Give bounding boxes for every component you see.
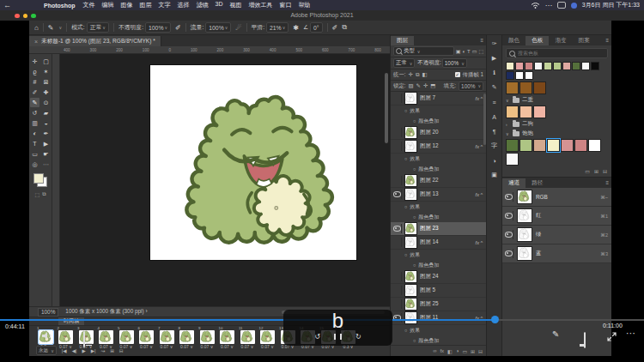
tab-路径[interactable]: 路径 [526, 178, 549, 188]
foreground-color-swatch[interactable] [33, 173, 44, 184]
menu-app-name[interactable]: Photoshop [44, 3, 76, 9]
channel-visibility-toggle[interactable] [504, 230, 513, 239]
layer-row[interactable]: 图层 20 [391, 126, 486, 140]
brush-tool[interactable]: ✎ [30, 98, 39, 107]
swatch[interactable] [588, 139, 601, 152]
new-group-icon[interactable]: ▭ [585, 168, 590, 174]
layer-visibility-toggle[interactable] [392, 94, 402, 103]
layer-row[interactable]: 图层 5 [391, 284, 486, 298]
lock-transparent-icon[interactable]: ▨ [409, 82, 414, 89]
swatch-search[interactable] [506, 48, 608, 58]
swatch[interactable] [525, 62, 533, 70]
swatch[interactable] [506, 139, 519, 152]
layer-visibility-toggle[interactable] [392, 299, 402, 309]
layer-row[interactable]: 图层 22 [391, 174, 486, 188]
layer-row[interactable]: 图层 14fx ^ [391, 236, 486, 250]
zoom-level-field[interactable]: 100% [38, 308, 58, 317]
lock-pixels-icon[interactable]: ✎ [416, 82, 421, 89]
actions-panel-icon[interactable]: ▶ [489, 53, 500, 63]
channel-row-蓝[interactable]: 蓝⌘3 [502, 244, 611, 263]
panel-menu-icon[interactable]: ≡ [605, 180, 609, 185]
loop-selector[interactable]: 永远∨ [36, 346, 57, 355]
frame-delay[interactable]: 0.07 ∨ [161, 344, 173, 349]
player-back-button[interactable]: ← [3, 1, 11, 9]
blur-tool[interactable]: ◒ [41, 118, 51, 128]
eyedropper-tool[interactable]: ✐ [30, 87, 39, 97]
channel-visibility-toggle[interactable] [504, 249, 513, 258]
move-tool[interactable]: ✛ [30, 57, 39, 66]
swatch[interactable] [581, 62, 590, 70]
tab-图案[interactable]: 图案 [573, 36, 596, 45]
panel-menu-icon[interactable]: ≡ [605, 38, 609, 43]
layer-effects-header[interactable]: ○效果 [391, 325, 486, 335]
layer-effects-header[interactable]: ○效果 [391, 250, 486, 260]
menu-item-编辑[interactable]: 编辑 [102, 1, 114, 9]
type-tool[interactable]: T [30, 139, 39, 148]
layer-fx-badge[interactable]: fx ^ [476, 96, 483, 101]
filter-smart-icon[interactable]: ⬚ [478, 48, 483, 54]
frame-delay[interactable]: 0.07 ∨ [221, 344, 234, 349]
screen-mode-icon[interactable]: ⧉ [42, 191, 46, 197]
channel-row-RGB[interactable]: RGB⌘~ [502, 188, 611, 207]
effect-eye-icon[interactable]: ○ [404, 252, 407, 257]
layer-visibility-toggle[interactable] [392, 128, 402, 137]
swatch[interactable] [515, 71, 524, 80]
character-panel-icon[interactable]: A [489, 112, 500, 122]
layer-opacity[interactable]: 不透明度: 100%∨ [417, 58, 466, 68]
lock-position-icon[interactable]: ✛ [423, 82, 428, 89]
swatch[interactable] [533, 139, 546, 152]
unify-visibility-icon[interactable]: ⧉ [416, 71, 420, 78]
swatch[interactable] [519, 139, 532, 152]
edit-toolbar[interactable]: ⋯ [41, 160, 51, 169]
player-progress-knob[interactable] [491, 316, 499, 323]
layer-effects-header[interactable]: ○效果 [391, 202, 486, 212]
tab-通道[interactable]: 通道 [502, 178, 526, 188]
delete-swatch-icon[interactable]: ⊟ [603, 168, 607, 174]
flow-option[interactable]: 流量: 100%∨ [191, 22, 232, 33]
next-frame-button[interactable]: ▶| [91, 348, 96, 353]
swatch[interactable] [506, 71, 514, 80]
layer-visibility-toggle[interactable] [392, 190, 402, 199]
swatch[interactable] [572, 62, 580, 70]
brushes-panel-icon[interactable]: ✑ [489, 39, 500, 49]
swatch[interactable] [574, 139, 587, 152]
layer-fill[interactable]: 100%∨ [459, 81, 483, 91]
marquee-tool[interactable]: ▢ [41, 57, 51, 66]
layer-row[interactable]: 图层 24 [391, 270, 486, 284]
menu-item-滤镜[interactable]: 滤镜 [197, 1, 209, 9]
layers-tab[interactable]: 图层 [391, 36, 414, 45]
group-expand-icon[interactable]: ∨ [506, 131, 510, 136]
pen-tool[interactable]: ✒ [41, 129, 51, 138]
swatch-group-二狗[interactable]: ›二狗 [502, 119, 611, 129]
info-panel-icon[interactable]: ℹ [489, 68, 500, 78]
effect-eye-icon[interactable]: ○ [413, 214, 416, 220]
layer-row[interactable]: 图层 11fx ^ [391, 311, 486, 325]
tab-渐变[interactable]: 渐变 [549, 36, 572, 45]
adjustments-panel-icon[interactable]: ◑ [489, 155, 500, 166]
brush-settings-panel-icon[interactable]: ✎ [489, 82, 500, 93]
layer-effect-item[interactable]: ○颜色叠加 [391, 116, 486, 126]
libraries-panel-icon[interactable]: ▣ [489, 170, 500, 180]
swatch[interactable] [525, 71, 533, 80]
tab-色板[interactable]: 色板 [526, 36, 549, 45]
delete-layer-icon[interactable]: ⊟ [478, 348, 483, 354]
tween-button[interactable]: ↝ [100, 348, 105, 353]
menu-item-文字[interactable]: 文字 [159, 1, 171, 9]
effect-eye-icon[interactable]: ○ [413, 166, 416, 172]
document-tab[interactable]: × 未标题-1 @ 100% (图层 23, RGB/8*/CMYK) * [29, 36, 161, 46]
app-status-icon[interactable] [571, 3, 577, 9]
shape-tool[interactable]: ▭ [30, 149, 39, 159]
frame-delay[interactable]: 0.07 ∨ [261, 344, 274, 349]
channel-row-绿[interactable]: 绿⌘2 [502, 226, 611, 244]
layer-row[interactable]: 图层 12fx ^ [391, 140, 486, 154]
effect-eye-icon[interactable]: ○ [404, 204, 407, 209]
crop-tool[interactable]: # [30, 77, 39, 87]
layers-scrollbar[interactable] [483, 94, 486, 145]
panel-menu-icon[interactable]: ≡ [481, 38, 484, 43]
prev-frame-button[interactable]: ◀| [72, 348, 77, 353]
swatch[interactable] [519, 81, 532, 94]
dodge-tool[interactable]: ◐ [30, 129, 39, 138]
swatch[interactable] [506, 153, 519, 166]
menu-item-增效工具[interactable]: 增效工具 [249, 1, 273, 9]
lasso-tool[interactable]: ϱ [30, 67, 39, 76]
